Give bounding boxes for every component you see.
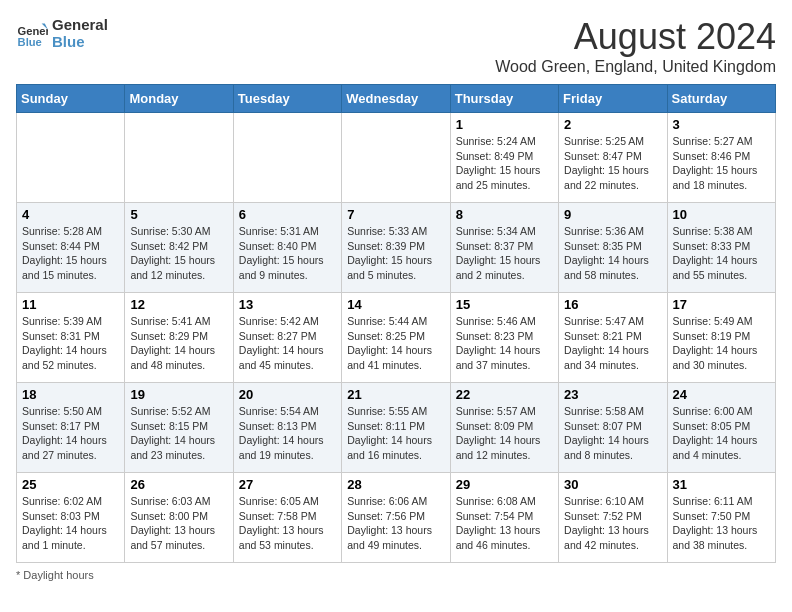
cell-text: Sunrise: 6:08 AM Sunset: 7:54 PM Dayligh… <box>456 494 553 553</box>
day-number: 29 <box>456 477 553 492</box>
day-number: 26 <box>130 477 227 492</box>
legend-text: Daylight hours <box>23 569 93 581</box>
calendar-cell: 2Sunrise: 5:25 AM Sunset: 8:47 PM Daylig… <box>559 113 667 203</box>
header-day: Saturday <box>667 85 775 113</box>
day-number: 25 <box>22 477 119 492</box>
header-row: SundayMondayTuesdayWednesdayThursdayFrid… <box>17 85 776 113</box>
cell-text: Sunrise: 5:55 AM Sunset: 8:11 PM Dayligh… <box>347 404 444 463</box>
calendar-cell <box>342 113 450 203</box>
calendar-cell: 15Sunrise: 5:46 AM Sunset: 8:23 PM Dayli… <box>450 293 558 383</box>
cell-text: Sunrise: 5:25 AM Sunset: 8:47 PM Dayligh… <box>564 134 661 193</box>
day-number: 7 <box>347 207 444 222</box>
day-number: 20 <box>239 387 336 402</box>
calendar-cell: 7Sunrise: 5:33 AM Sunset: 8:39 PM Daylig… <box>342 203 450 293</box>
calendar-cell: 30Sunrise: 6:10 AM Sunset: 7:52 PM Dayli… <box>559 473 667 563</box>
calendar-subtitle: Wood Green, England, United Kingdom <box>495 58 776 76</box>
day-number: 5 <box>130 207 227 222</box>
cell-text: Sunrise: 5:41 AM Sunset: 8:29 PM Dayligh… <box>130 314 227 373</box>
calendar-cell: 31Sunrise: 6:11 AM Sunset: 7:50 PM Dayli… <box>667 473 775 563</box>
calendar-cell: 13Sunrise: 5:42 AM Sunset: 8:27 PM Dayli… <box>233 293 341 383</box>
cell-text: Sunrise: 5:28 AM Sunset: 8:44 PM Dayligh… <box>22 224 119 283</box>
day-number: 21 <box>347 387 444 402</box>
cell-text: Sunrise: 5:42 AM Sunset: 8:27 PM Dayligh… <box>239 314 336 373</box>
day-number: 12 <box>130 297 227 312</box>
calendar-cell: 12Sunrise: 5:41 AM Sunset: 8:29 PM Dayli… <box>125 293 233 383</box>
cell-text: Sunrise: 5:30 AM Sunset: 8:42 PM Dayligh… <box>130 224 227 283</box>
calendar-title: August 2024 <box>495 16 776 58</box>
calendar-cell <box>125 113 233 203</box>
calendar-cell: 22Sunrise: 5:57 AM Sunset: 8:09 PM Dayli… <box>450 383 558 473</box>
day-number: 3 <box>673 117 770 132</box>
day-number: 16 <box>564 297 661 312</box>
calendar-cell: 1Sunrise: 5:24 AM Sunset: 8:49 PM Daylig… <box>450 113 558 203</box>
day-number: 11 <box>22 297 119 312</box>
cell-text: Sunrise: 6:02 AM Sunset: 8:03 PM Dayligh… <box>22 494 119 553</box>
calendar-cell: 5Sunrise: 5:30 AM Sunset: 8:42 PM Daylig… <box>125 203 233 293</box>
cell-text: Sunrise: 5:33 AM Sunset: 8:39 PM Dayligh… <box>347 224 444 283</box>
day-number: 19 <box>130 387 227 402</box>
cell-text: Sunrise: 5:24 AM Sunset: 8:49 PM Dayligh… <box>456 134 553 193</box>
calendar-cell <box>233 113 341 203</box>
day-number: 18 <box>22 387 119 402</box>
header-day: Friday <box>559 85 667 113</box>
calendar-cell: 27Sunrise: 6:05 AM Sunset: 7:58 PM Dayli… <box>233 473 341 563</box>
calendar-cell: 26Sunrise: 6:03 AM Sunset: 8:00 PM Dayli… <box>125 473 233 563</box>
calendar-cell: 21Sunrise: 5:55 AM Sunset: 8:11 PM Dayli… <box>342 383 450 473</box>
calendar-cell: 10Sunrise: 5:38 AM Sunset: 8:33 PM Dayli… <box>667 203 775 293</box>
day-number: 24 <box>673 387 770 402</box>
day-number: 22 <box>456 387 553 402</box>
calendar-header: SundayMondayTuesdayWednesdayThursdayFrid… <box>17 85 776 113</box>
cell-text: Sunrise: 5:47 AM Sunset: 8:21 PM Dayligh… <box>564 314 661 373</box>
header-day: Wednesday <box>342 85 450 113</box>
calendar-body: 1Sunrise: 5:24 AM Sunset: 8:49 PM Daylig… <box>17 113 776 563</box>
page-header: General Blue General Blue August 2024 Wo… <box>16 16 776 76</box>
cell-text: Sunrise: 5:31 AM Sunset: 8:40 PM Dayligh… <box>239 224 336 283</box>
calendar-cell: 8Sunrise: 5:34 AM Sunset: 8:37 PM Daylig… <box>450 203 558 293</box>
day-number: 28 <box>347 477 444 492</box>
cell-text: Sunrise: 6:06 AM Sunset: 7:56 PM Dayligh… <box>347 494 444 553</box>
cell-text: Sunrise: 5:44 AM Sunset: 8:25 PM Dayligh… <box>347 314 444 373</box>
day-number: 2 <box>564 117 661 132</box>
cell-text: Sunrise: 5:34 AM Sunset: 8:37 PM Dayligh… <box>456 224 553 283</box>
cell-text: Sunrise: 5:52 AM Sunset: 8:15 PM Dayligh… <box>130 404 227 463</box>
calendar-week: 25Sunrise: 6:02 AM Sunset: 8:03 PM Dayli… <box>17 473 776 563</box>
day-number: 30 <box>564 477 661 492</box>
day-number: 15 <box>456 297 553 312</box>
calendar-cell: 4Sunrise: 5:28 AM Sunset: 8:44 PM Daylig… <box>17 203 125 293</box>
cell-text: Sunrise: 5:38 AM Sunset: 8:33 PM Dayligh… <box>673 224 770 283</box>
day-number: 9 <box>564 207 661 222</box>
cell-text: Sunrise: 5:36 AM Sunset: 8:35 PM Dayligh… <box>564 224 661 283</box>
cell-text: Sunrise: 5:39 AM Sunset: 8:31 PM Dayligh… <box>22 314 119 373</box>
svg-text:General: General <box>18 25 48 37</box>
cell-text: Sunrise: 6:03 AM Sunset: 8:00 PM Dayligh… <box>130 494 227 553</box>
day-number: 1 <box>456 117 553 132</box>
calendar-cell: 25Sunrise: 6:02 AM Sunset: 8:03 PM Dayli… <box>17 473 125 563</box>
cell-text: Sunrise: 5:46 AM Sunset: 8:23 PM Dayligh… <box>456 314 553 373</box>
title-block: August 2024 Wood Green, England, United … <box>495 16 776 76</box>
calendar-cell: 6Sunrise: 5:31 AM Sunset: 8:40 PM Daylig… <box>233 203 341 293</box>
logo-line2: Blue <box>52 33 108 50</box>
legend: * Daylight hours <box>16 569 776 581</box>
cell-text: Sunrise: 5:27 AM Sunset: 8:46 PM Dayligh… <box>673 134 770 193</box>
svg-text:Blue: Blue <box>18 36 42 48</box>
calendar-cell: 14Sunrise: 5:44 AM Sunset: 8:25 PM Dayli… <box>342 293 450 383</box>
day-number: 31 <box>673 477 770 492</box>
day-number: 27 <box>239 477 336 492</box>
day-number: 14 <box>347 297 444 312</box>
calendar-cell: 3Sunrise: 5:27 AM Sunset: 8:46 PM Daylig… <box>667 113 775 203</box>
cell-text: Sunrise: 5:49 AM Sunset: 8:19 PM Dayligh… <box>673 314 770 373</box>
calendar-week: 1Sunrise: 5:24 AM Sunset: 8:49 PM Daylig… <box>17 113 776 203</box>
calendar-week: 11Sunrise: 5:39 AM Sunset: 8:31 PM Dayli… <box>17 293 776 383</box>
calendar-cell: 17Sunrise: 5:49 AM Sunset: 8:19 PM Dayli… <box>667 293 775 383</box>
header-day: Sunday <box>17 85 125 113</box>
day-number: 4 <box>22 207 119 222</box>
calendar-cell: 11Sunrise: 5:39 AM Sunset: 8:31 PM Dayli… <box>17 293 125 383</box>
day-number: 8 <box>456 207 553 222</box>
header-day: Monday <box>125 85 233 113</box>
calendar-cell: 24Sunrise: 6:00 AM Sunset: 8:05 PM Dayli… <box>667 383 775 473</box>
logo-icon: General Blue <box>16 17 48 49</box>
calendar-cell: 28Sunrise: 6:06 AM Sunset: 7:56 PM Dayli… <box>342 473 450 563</box>
cell-text: Sunrise: 5:50 AM Sunset: 8:17 PM Dayligh… <box>22 404 119 463</box>
calendar-week: 4Sunrise: 5:28 AM Sunset: 8:44 PM Daylig… <box>17 203 776 293</box>
logo-line1: General <box>52 16 108 33</box>
